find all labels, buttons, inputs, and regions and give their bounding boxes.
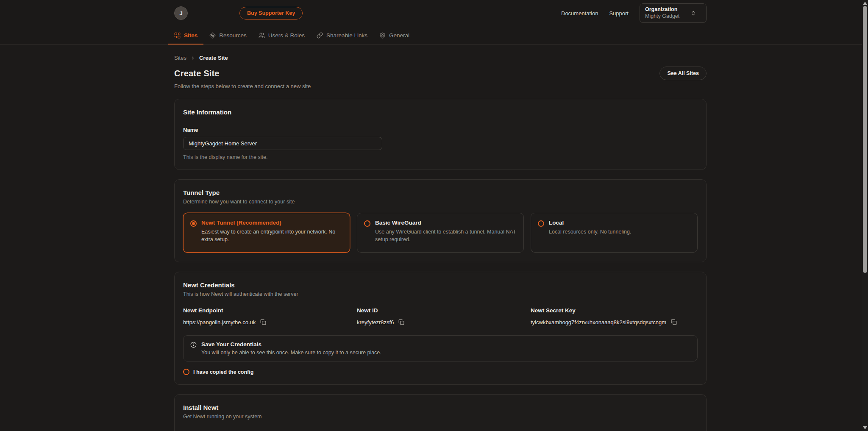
scrollbar-down-arrow[interactable] xyxy=(863,426,867,429)
tunnel-type-subheading: Determine how you want to connect to you… xyxy=(183,199,698,205)
chevrons-up-down-icon xyxy=(690,10,696,16)
newt-credentials-heading: Newt Credentials xyxy=(183,281,698,289)
tunnel-option-title: Basic WireGuard xyxy=(375,220,517,226)
copied-config-label: I have copied the config xyxy=(193,369,253,375)
tab-sites[interactable]: Sites xyxy=(168,26,203,44)
site-information-heading: Site Information xyxy=(183,108,698,116)
page-title: Create Site xyxy=(174,69,220,78)
name-help-text: This is the display name for the site. xyxy=(183,154,698,160)
tab-label: Shareable Links xyxy=(326,32,367,39)
radio-unselected-icon xyxy=(183,369,189,375)
waypoints-icon xyxy=(209,32,216,39)
tab-shareable-links[interactable]: Shareable Links xyxy=(311,26,373,44)
tunnel-option-local[interactable]: Local Local resources only. No tunneling… xyxy=(531,213,698,253)
page-scroll-area: J Buy Supporter Key Documentation Suppor… xyxy=(0,0,862,431)
link-icon xyxy=(317,32,323,39)
breadcrumb-create-site: Create Site xyxy=(199,55,228,61)
site-information-card: Site Information Name This is the displa… xyxy=(174,99,707,170)
copy-icon xyxy=(671,319,677,325)
scrollbar[interactable] xyxy=(862,0,868,431)
tab-resources[interactable]: Resources xyxy=(203,26,253,44)
newt-endpoint-field: Newt Endpoint https://pangolin.jsmythe.c… xyxy=(183,307,350,326)
newt-id-field: Newt ID kreyfytezr8zsf6 xyxy=(357,307,524,326)
support-link[interactable]: Support xyxy=(609,10,629,17)
tunnel-option-wireguard[interactable]: Basic WireGuard Use any WireGuard client… xyxy=(357,213,524,253)
organization-label: Organization xyxy=(645,6,679,13)
documentation-link[interactable]: Documentation xyxy=(561,10,598,17)
settings-icon xyxy=(379,32,386,39)
newt-secret-key-label: Newt Secret Key xyxy=(531,307,698,314)
newt-credentials-subheading: This is how Newt will authenticate with … xyxy=(183,291,698,297)
newt-id-value: kreyfytezr8zsf6 xyxy=(357,319,394,325)
copy-secret-key-button[interactable] xyxy=(670,318,678,326)
tunnel-option-description: Local resources only. No tunneling. xyxy=(549,228,631,236)
tunnel-type-heading: Tunnel Type xyxy=(183,189,698,196)
tunnel-option-title: Newt Tunnel (Recommended) xyxy=(201,220,343,226)
app-window: J Buy Supporter Key Documentation Suppor… xyxy=(0,0,868,431)
callout-title: Save Your Credentials xyxy=(201,341,381,348)
save-credentials-callout: Save Your Credentials You will only be a… xyxy=(183,335,698,361)
page-subtitle: Follow the steps below to create and con… xyxy=(174,83,707,89)
copy-endpoint-button[interactable] xyxy=(259,318,267,326)
radio-selected-icon xyxy=(190,220,197,227)
callout-description: You will only be able to see this once. … xyxy=(201,350,381,356)
tunnel-option-description: Easiest way to create an entrypoint into… xyxy=(201,228,343,243)
copy-newt-id-button[interactable] xyxy=(398,318,405,326)
newt-secret-key-value: tyicwkbxamhogg7f4zrvuhxonaaaq8k2sl9xtqsd… xyxy=(531,319,666,325)
tab-label: Resources xyxy=(219,32,247,39)
newt-credentials-card: Newt Credentials This is how Newt will a… xyxy=(174,272,707,385)
tunnel-type-card: Tunnel Type Determine how you want to co… xyxy=(174,179,707,262)
buy-supporter-key-button[interactable]: Buy Supporter Key xyxy=(239,7,303,19)
info-icon xyxy=(190,342,197,348)
combine-icon xyxy=(174,32,181,39)
tunnel-option-newt[interactable]: Newt Tunnel (Recommended) Easiest way to… xyxy=(183,213,350,253)
copy-icon xyxy=(398,319,404,325)
copied-config-radio[interactable]: I have copied the config xyxy=(183,369,698,375)
name-label: Name xyxy=(183,127,698,133)
newt-endpoint-label: Newt Endpoint xyxy=(183,307,350,314)
tab-general[interactable]: General xyxy=(373,26,415,44)
tunnel-option-title: Local xyxy=(549,220,631,226)
newt-id-label: Newt ID xyxy=(357,307,524,314)
radio-unselected-icon xyxy=(364,220,370,227)
newt-endpoint-value: https://pangolin.jsmythe.co.uk xyxy=(183,319,256,325)
scrollbar-up-arrow[interactable] xyxy=(863,2,867,5)
breadcrumb: Sites Create Site xyxy=(174,55,707,61)
tab-users-roles[interactable]: Users & Roles xyxy=(253,26,311,44)
organization-value: Mighty Gadget xyxy=(645,13,679,20)
top-header: J Buy Supporter Key Documentation Suppor… xyxy=(0,0,862,45)
see-all-sites-button[interactable]: See All Sites xyxy=(659,67,707,80)
organization-selector[interactable]: Organization Mighty Gadget xyxy=(640,3,707,22)
newt-secret-key-field: Newt Secret Key tyicwkbxamhogg7f4zrvuhxo… xyxy=(531,307,698,326)
tunnel-option-description: Use any WireGuard client to establish a … xyxy=(375,228,517,243)
site-name-input[interactable] xyxy=(183,137,382,150)
scrollbar-thumb[interactable] xyxy=(863,6,867,273)
primary-tabs: Sites Resources Users & Roles xyxy=(168,26,862,44)
install-newt-heading: Install Newt xyxy=(183,404,698,411)
install-newt-card: Install Newt Get Newt running on your sy… xyxy=(174,394,707,431)
users-icon xyxy=(259,32,265,39)
radio-unselected-icon xyxy=(538,220,544,227)
copy-icon xyxy=(260,319,266,325)
install-newt-subheading: Get Newt running on your system xyxy=(183,414,698,420)
tab-label: Sites xyxy=(184,32,198,39)
chevron-right-icon xyxy=(190,56,195,61)
tab-label: General xyxy=(389,32,409,39)
breadcrumb-sites[interactable]: Sites xyxy=(174,55,186,61)
tab-label: Users & Roles xyxy=(268,32,305,39)
avatar[interactable]: J xyxy=(174,6,188,20)
